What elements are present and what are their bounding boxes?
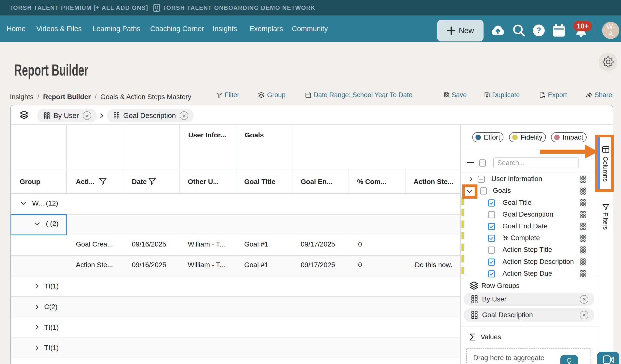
- svg-text:?: ?: [536, 26, 541, 34]
